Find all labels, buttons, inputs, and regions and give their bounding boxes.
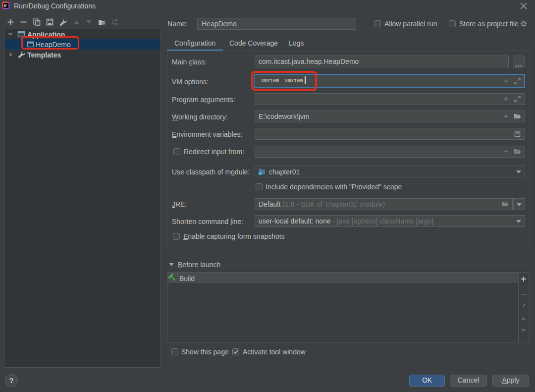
- svg-text:IJ: IJ: [4, 3, 7, 6]
